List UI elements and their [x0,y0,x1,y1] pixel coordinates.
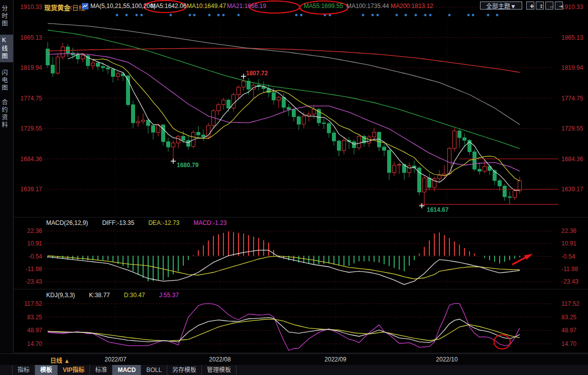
axis-tick: 1684.36 [9,156,42,163]
axis-tick: 1910.33 [561,4,583,11]
period-selector[interactable]: 日线 ▲ [50,356,70,364]
axis-tick: 1639.17 [9,186,42,193]
axis-tick: 22.36 [561,227,576,234]
toolbar-tab-标准[interactable]: 标准 [90,365,112,375]
macd-readouts: DIFF:-13.35DEA:-12.73MACD:-1.23 [95,219,233,226]
axis-tick: 1729.55 [9,125,42,132]
axis-tick: 14.70 [561,340,576,347]
macd-title: MACD(26,12,9) [46,219,88,226]
axis-tick: 117.52 [9,300,42,307]
axis-tick: -0.54 [9,253,42,260]
axis-tick: 1684.36 [561,156,583,163]
chart-icon [82,3,88,11]
axis-tick: -0.54 [561,253,575,260]
ma-readout: MA10:1649.47 [187,3,226,10]
date-tick: 2022/09 [315,356,356,363]
indicator-readout: DIFF:-13.35 [102,219,134,226]
kdj-panel-header: KDJ(9,3,3)K:38.77D:30.47J:55.37 [46,292,193,299]
toolbar-tab-VIP指标[interactable]: VIP指标 [58,365,90,375]
date-tick: 2022/07 [95,356,136,363]
axis-tick: 1865.13 [561,34,583,41]
date-axis-row: 日线 ▲ 2022/072022/082022/092022/10 [0,353,588,366]
price-annotation: 1680.79 [177,162,198,169]
bottom-toolbar: 指标模板VIP指标标准MACDBOLL另存模板管理模板 [0,365,588,375]
chart-plot[interactable] [0,0,588,375]
indicator-readout: D:30.47 [124,292,145,299]
crosshair-icon[interactable]: ✚ [526,2,534,10]
indicator-readout: MACD:-1.23 [193,219,226,226]
axis-tick: -23.43 [561,278,578,285]
axis-tick: 1774.75 [9,95,42,102]
ma-readout: MA55:1699.55 [304,3,343,10]
v-scale-icon[interactable]: ⇕ [536,2,544,10]
trading-terminal: 现货黄金 <日线> MA(5,10,21,55,100,200) MA5:164… [0,0,588,375]
date-tick: 2022/08 [200,356,240,363]
ma-readout: MA100:1735.44 [346,3,389,10]
axis-tick: 1910.33 [9,4,42,11]
axis-tick: 83.25 [561,314,576,321]
axis-tick: 1819.94 [561,64,583,71]
axis-tick: 1774.75 [561,95,583,102]
h-scale-icon[interactable]: ⇔ [545,2,553,10]
axis-tick: 1729.55 [561,125,583,132]
axis-tick: 22.36 [9,227,42,234]
axis-tick: -11.98 [9,266,42,273]
price-annotation: 1807.72 [246,70,268,77]
kdj-title: KDJ(9,3,3) [46,292,75,299]
toolbar-tab-BOLL[interactable]: BOLL [141,365,167,375]
kdj-readouts: K:38.77D:30.47J:55.37 [82,292,186,299]
toolbar-tab-MACD[interactable]: MACD [112,365,141,375]
toolbar-tab-另存模板[interactable]: 另存模板 [167,365,202,375]
sidebar-item-闪电图[interactable]: 闪电图 [0,69,13,92]
axis-tick: 83.25 [9,314,42,321]
axis-tick: 14.70 [9,340,42,347]
macd-panel-header: MACD(26,12,9)DIFF:-13.35DEA:-12.73MACD:-… [46,219,241,226]
chart-header: 现货黄金 <日线> MA(5,10,21,55,100,200) MA5:164… [0,0,588,14]
axis-tick: 1865.13 [9,34,42,41]
indicator-readout: DEA:-12.73 [148,219,179,226]
axis-tick: 1639.17 [561,186,583,193]
indicator-readout: J:55.37 [159,292,179,299]
ma-readout: MA21:1666.19 [227,3,266,10]
axis-tick: 48.97 [9,327,42,334]
axis-tick: 117.52 [561,300,579,307]
ma-settings-label: MA(5,10,21,55,100,200) [90,3,155,10]
axis-tick: 10.91 [9,240,42,247]
toolbar-tab-管理模板[interactable]: 管理模板 [202,365,237,375]
ma-readout: MA5:1642.06 [151,3,186,10]
indicator-readout: K:38.77 [89,292,109,299]
axis-tick: -11.98 [561,266,578,273]
axis-tick: 10.91 [561,240,576,247]
toolbar-tab-指标[interactable]: 指标 [13,365,35,375]
toolbar-tab-模板[interactable]: 模板 [35,365,58,375]
symbol-title: 现货黄金 [44,3,70,12]
toolbar-spacer [0,365,13,375]
axis-tick: 1819.94 [9,64,42,71]
axis-tick: 48.97 [561,327,576,334]
axis-tick: -23.43 [9,278,42,285]
ma-readout: MA200:1813.12 [391,3,433,10]
price-annotation: 1614.67 [427,206,448,213]
theme-dropdown-button[interactable]: 全部主题▼ [480,2,522,10]
date-tick: 2022/10 [427,356,467,363]
sidebar-item-合约资料[interactable]: 合约资料 [0,99,13,129]
